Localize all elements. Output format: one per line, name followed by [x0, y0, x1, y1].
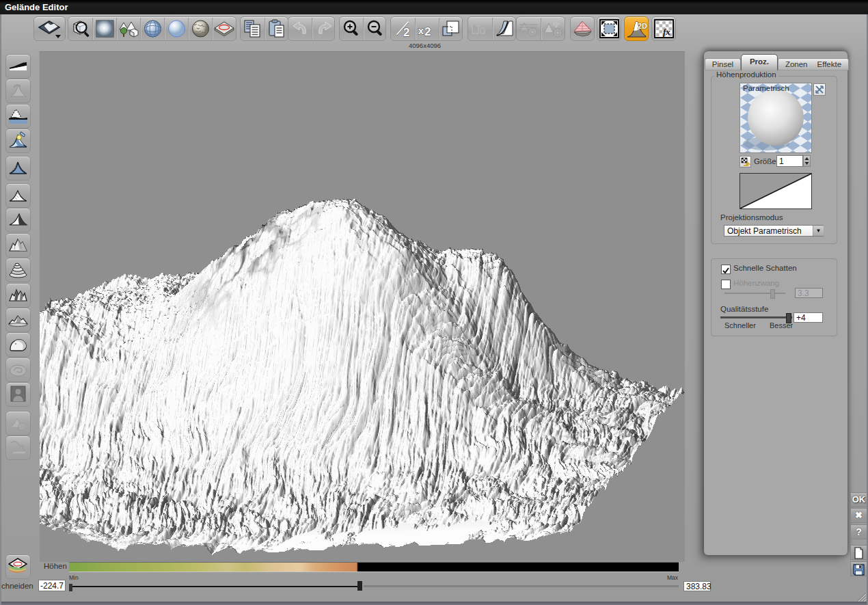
- svg-text:fx: fx: [663, 27, 670, 37]
- svg-text:2D: 2D: [638, 22, 647, 30]
- svg-text:x: x: [418, 25, 424, 36]
- svg-text:2: 2: [424, 25, 431, 38]
- svg-text:2: 2: [403, 26, 409, 39]
